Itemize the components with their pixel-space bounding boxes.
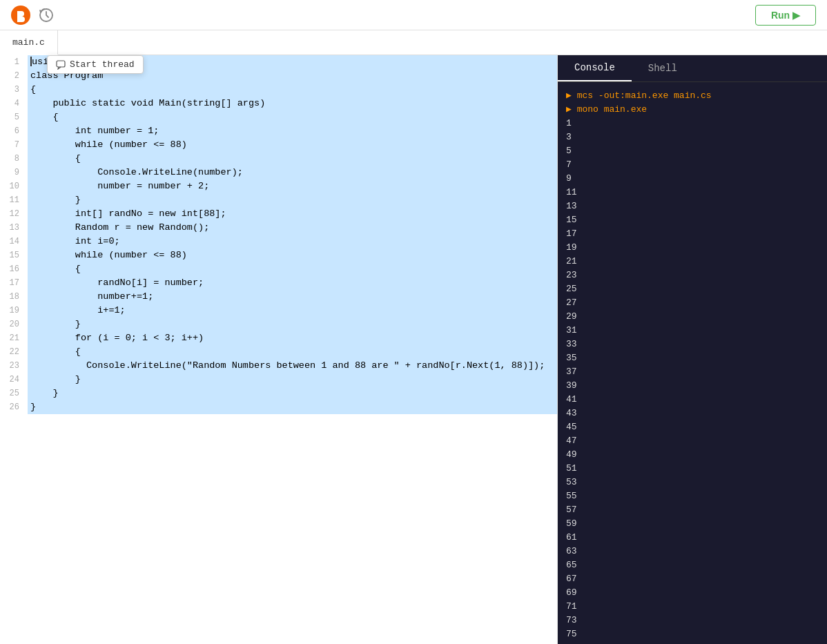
- line-content[interactable]: {: [28, 110, 557, 124]
- console-output-line: 31: [566, 324, 819, 338]
- console-output-line: 37: [566, 365, 819, 379]
- line-number: 15: [0, 248, 28, 262]
- line-content[interactable]: }: [28, 387, 557, 400]
- line-number: 25: [0, 387, 28, 400]
- console-output-line: 13: [566, 199, 819, 213]
- history-icon[interactable]: [39, 8, 54, 23]
- tab-shell[interactable]: Shell: [632, 55, 694, 81]
- console-output-line: 29: [566, 310, 819, 324]
- console-output-line: 47: [566, 434, 819, 448]
- line-content[interactable]: while (number <= 88): [28, 138, 557, 152]
- code-row: 16 {: [0, 262, 557, 276]
- svg-rect-2: [57, 61, 65, 67]
- code-row: 7 while (number <= 88): [0, 138, 557, 152]
- line-content[interactable]: {: [28, 262, 557, 276]
- console-output-line: 61: [566, 531, 819, 545]
- code-row: 25 }: [0, 387, 557, 400]
- line-content[interactable]: Console.WriteLine("Random Numbers betwee…: [28, 359, 557, 373]
- console-output-line: 41: [566, 393, 819, 407]
- line-number: 3: [0, 83, 28, 97]
- line-number: 21: [0, 331, 28, 345]
- line-content[interactable]: i+=1;: [28, 304, 557, 318]
- console-output-line: 15: [566, 213, 819, 227]
- code-row: 13 Random r = new Random();: [0, 221, 557, 235]
- console-output-line: 67: [566, 572, 819, 586]
- line-number: 16: [0, 262, 28, 276]
- line-content[interactable]: int[] randNo = new int[88];: [28, 207, 557, 221]
- line-content[interactable]: randNo[i] = number;: [28, 276, 557, 290]
- console-output-line: 11: [566, 186, 819, 199]
- code-row: 3{: [0, 83, 557, 97]
- console-output-line: 53: [566, 476, 819, 489]
- run-label: Run ▶: [771, 10, 800, 21]
- console-output-line: 33: [566, 338, 819, 351]
- line-content[interactable]: public static void Main(string[] args): [28, 97, 557, 110]
- console-command-1: ▶ mcs -out:main.exe main.cs: [566, 89, 819, 103]
- topbar: Run ▶: [0, 0, 827, 30]
- console-output-line: 55: [566, 489, 819, 503]
- code-row: 17 randNo[i] = number;: [0, 276, 557, 290]
- console-output-line: 35: [566, 351, 819, 365]
- file-tab-main[interactable]: main.c: [0, 30, 58, 55]
- line-content[interactable]: int i=0;: [28, 235, 557, 248]
- console-output-line: 5: [566, 144, 819, 158]
- line-content[interactable]: for (i = 0; i < 3; i++): [28, 331, 557, 345]
- replit-logo-icon: [11, 6, 30, 25]
- main-area: 1using System;2class Program3{4 public s…: [0, 55, 827, 644]
- console-output-line: 25: [566, 282, 819, 296]
- line-content[interactable]: {: [28, 345, 557, 359]
- code-row: 6 int number = 1;: [0, 124, 557, 138]
- code-row: 20 }: [0, 318, 557, 331]
- code-row: 24 }: [0, 373, 557, 387]
- line-content[interactable]: {: [28, 83, 557, 97]
- line-content[interactable]: }: [28, 373, 557, 387]
- start-thread-tooltip: Start thread: [47, 55, 144, 74]
- console-output-line: 1: [566, 117, 819, 130]
- line-content[interactable]: int number = 1;: [28, 124, 557, 138]
- run-button[interactable]: Run ▶: [755, 5, 816, 26]
- line-content[interactable]: {: [28, 152, 557, 166]
- line-content[interactable]: }: [28, 318, 557, 331]
- line-number: 6: [0, 124, 28, 138]
- line-content[interactable]: number+=1;: [28, 290, 557, 304]
- line-number: 14: [0, 235, 28, 248]
- line-number: 12: [0, 207, 28, 221]
- line-content[interactable]: Console.WriteLine(number);: [28, 166, 557, 179]
- line-content[interactable]: number = number + 2;: [28, 179, 557, 193]
- code-row: 19 i+=1;: [0, 304, 557, 318]
- code-row: 5 {: [0, 110, 557, 124]
- line-number: 1: [0, 55, 28, 69]
- console-output-line: 59: [566, 517, 819, 531]
- console-output-line: 63: [566, 545, 819, 558]
- code-row: 14 int i=0;: [0, 235, 557, 248]
- console-output-line: 43: [566, 407, 819, 420]
- right-panel: Console Shell ▶ mcs -out:main.exe main.c…: [558, 55, 827, 644]
- code-row: 21 for (i = 0; i < 3; i++): [0, 331, 557, 345]
- console-output-line: 73: [566, 614, 819, 627]
- console-output-line: 7: [566, 158, 819, 172]
- line-content[interactable]: }: [28, 193, 557, 207]
- file-tab-label: main.c: [12, 37, 45, 48]
- line-number: 19: [0, 304, 28, 318]
- code-row: 11 }: [0, 193, 557, 207]
- console-output-line: 3: [566, 130, 819, 144]
- text-cursor: [30, 57, 32, 66]
- line-content[interactable]: Random r = new Random();: [28, 221, 557, 235]
- console-command-2: ▶ mono main.exe: [566, 103, 819, 117]
- line-number: 13: [0, 221, 28, 235]
- code-row: 26}: [0, 400, 557, 414]
- console-output-line: 39: [566, 379, 819, 393]
- topbar-left: [11, 6, 54, 25]
- code-editor[interactable]: 1using System;2class Program3{4 public s…: [0, 55, 558, 644]
- line-content[interactable]: while (number <= 88): [28, 248, 557, 262]
- line-number: 22: [0, 345, 28, 359]
- line-number: 24: [0, 373, 28, 387]
- console-output-line: 49: [566, 448, 819, 462]
- code-row: 18 number+=1;: [0, 290, 557, 304]
- line-number: 18: [0, 290, 28, 304]
- line-number: 26: [0, 400, 28, 414]
- code-row: 10 number = number + 2;: [0, 179, 557, 193]
- line-content[interactable]: }: [28, 400, 557, 414]
- code-row: 4 public static void Main(string[] args): [0, 97, 557, 110]
- tab-console[interactable]: Console: [558, 55, 632, 81]
